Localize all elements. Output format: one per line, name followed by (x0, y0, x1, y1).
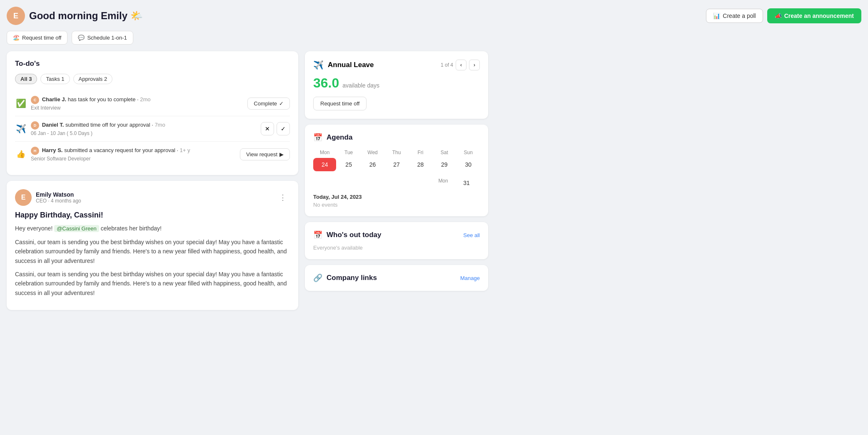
announcement-icon: 📣 (775, 12, 782, 19)
cal-day-31[interactable]: 31 (455, 176, 478, 190)
charlie-avatar: C (31, 96, 39, 104)
leave-days-label: available days (342, 82, 379, 89)
post-body-para2: Cassini, our team is sending you the bes… (15, 270, 290, 298)
top-actions: 📊 Create a poll 📣 Create an announcement (706, 8, 861, 23)
approve-button[interactable]: ✓ (277, 122, 290, 135)
post-body-para1: Cassini, our team is sending you the bes… (15, 238, 290, 265)
cassini-mention: @Cassini Green (54, 225, 99, 232)
company-links-header: 🔗 Company links Manage (313, 273, 480, 282)
cal-day-25[interactable]: 25 (337, 158, 360, 171)
cal-header-sun: Sun (457, 148, 480, 157)
company-links-icon: 🔗 (313, 273, 322, 282)
annual-leave-header: ✈️ Annual Leave 1 of 4 ‹ › (313, 60, 480, 70)
quick-actions: 🏖️ Request time off 💬 Schedule 1-on-1 (7, 31, 861, 45)
task-time: 2mo (140, 96, 150, 102)
cal-header-tue: Tue (337, 148, 360, 157)
todo-title: To-do's (15, 60, 290, 68)
whos-out-icon: 📅 (313, 230, 322, 240)
leave-days-number: 36.0 (313, 75, 339, 91)
annual-leave-card: ✈️ Annual Leave 1 of 4 ‹ › 36.0 availabl… (305, 51, 488, 119)
vacancy-sub: Senior Software Developer (31, 156, 236, 162)
cal-day-29[interactable]: 29 (433, 158, 456, 171)
post-author-name: Emily Watson (36, 191, 81, 198)
main-layout: To-do's All 3 Tasks 1 Approvals 2 ✅ C Ch… (7, 51, 861, 310)
cal-header-fri: Fri (409, 148, 432, 157)
request-time-off-button[interactable]: 🏖️ Request time off (7, 31, 67, 45)
request-time-off-card-button[interactable]: Request time off (313, 97, 367, 110)
filter-all-button[interactable]: All 3 (15, 74, 37, 84)
company-links-title: Company links (327, 274, 377, 282)
task-author: Charlie J. (42, 96, 67, 102)
complete-button[interactable]: Complete ✓ (247, 98, 290, 110)
whos-out-card: 📅 Who's out today See all Everyone's ava… (305, 222, 488, 259)
todo-filters: All 3 Tasks 1 Approvals 2 (15, 74, 290, 84)
filter-approvals-button[interactable]: Approvals 2 (73, 74, 113, 84)
view-request-button[interactable]: View request ▶ (240, 148, 290, 160)
vacancy-author: Harry S. (42, 147, 63, 153)
chevron-right-icon: ▶ (279, 151, 284, 158)
todo-content-vacancy: H Harry S. submitted a vacancy request f… (31, 147, 236, 162)
cal-header-thu: Thu (385, 148, 408, 157)
post-author-avatar: E (15, 189, 32, 206)
agenda-calendar-icon: 📅 (313, 133, 322, 142)
agenda-no-events: No events (313, 202, 480, 208)
prev-leave-button[interactable]: ‹ (456, 60, 466, 70)
daniel-avatar: D (31, 121, 39, 130)
reject-button[interactable]: ✕ (261, 122, 274, 135)
time-off-icon: 🏖️ (13, 35, 20, 41)
post-role: CEO (36, 198, 47, 204)
whos-out-header: 📅 Who's out today See all (313, 230, 480, 240)
avatar: E (7, 7, 25, 25)
thumb-icon: 👍 (15, 148, 27, 160)
cal-day-27[interactable]: 27 (385, 158, 408, 171)
cal-header-sat: Sat (433, 148, 456, 157)
create-poll-button[interactable]: 📊 Create a poll (706, 9, 763, 23)
annual-leave-pagination: 1 of 4 ‹ › (441, 60, 480, 70)
cal-day-28[interactable]: 28 (409, 158, 432, 171)
vacancy-time: 1+ y (180, 147, 190, 153)
whos-out-title: Who's out today (327, 231, 382, 239)
cal-day-24[interactable]: 24 (313, 158, 336, 171)
timeoff-sub: 06 Jan - 10 Jan ( 5.0 Days ) (31, 130, 257, 136)
approve-reject-actions: ✕ ✓ (261, 122, 290, 135)
cal-day-26[interactable]: 26 (361, 158, 384, 171)
timeoff-action: submitted time off for your approval · (65, 122, 155, 128)
filter-tasks-button[interactable]: Tasks 1 (40, 74, 70, 84)
calendar-grid: Mon Tue Wed Thu Fri Sat Sun 24 25 26 27 … (313, 148, 480, 171)
next-leave-button[interactable]: › (469, 60, 480, 70)
check-circle-icon: ✅ (15, 98, 27, 109)
task-sub: Exit Interview (31, 105, 243, 111)
view-request-label: View request (246, 151, 277, 158)
greeting-area: E Good morning Emily 🌤️ (7, 7, 143, 25)
greeting-title: Good morning Emily 🌤️ (29, 10, 143, 22)
todo-content-task: C Charlie J. has task for you to complet… (31, 96, 243, 111)
everyone-available: Everyone's available (313, 245, 480, 251)
cal-day-30[interactable]: 30 (457, 158, 480, 171)
post-meta: CEO · 4 months ago (36, 198, 81, 204)
agenda-header: 📅 Agenda (313, 133, 480, 142)
cal-header-mon2: Mon (432, 176, 455, 190)
left-column: To-do's All 3 Tasks 1 Approvals 2 ✅ C Ch… (7, 51, 298, 310)
top-bar: E Good morning Emily 🌤️ 📊 Create a poll … (7, 7, 861, 25)
plane-icon: ✈️ (15, 123, 27, 135)
vacancy-action: submitted a vacancy request for your app… (64, 147, 180, 153)
harry-avatar: H (31, 147, 39, 155)
create-announcement-button[interactable]: 📣 Create an announcement (767, 8, 861, 23)
poll-icon: 📊 (713, 12, 720, 19)
task-action: has task for you to complete · (68, 96, 140, 102)
todo-item-task: ✅ C Charlie J. has task for you to compl… (15, 91, 290, 116)
complete-label: Complete (254, 100, 277, 107)
see-all-link[interactable]: See all (463, 232, 480, 238)
timeoff-author: Daniel T. (42, 122, 64, 128)
manage-link[interactable]: Manage (460, 275, 480, 281)
leave-days: 36.0 available days (313, 75, 480, 91)
right-column: ✈️ Annual Leave 1 of 4 ‹ › 36.0 availabl… (305, 51, 488, 310)
timeoff-time: 7mo (155, 122, 165, 128)
post-author-info: E Emily Watson CEO · 4 months ago (15, 189, 81, 206)
post-body-intro: Hey everyone! @Cassini Green celebrates … (15, 224, 290, 233)
post-more-button[interactable]: ⋮ (276, 191, 290, 204)
schedule-one-on-one-button[interactable]: 💬 Schedule 1-on-1 (72, 31, 133, 45)
pagination-label: 1 of 4 (441, 62, 453, 68)
annual-leave-plane-icon: ✈️ (313, 60, 324, 70)
todo-card: To-do's All 3 Tasks 1 Approvals 2 ✅ C Ch… (7, 51, 298, 175)
